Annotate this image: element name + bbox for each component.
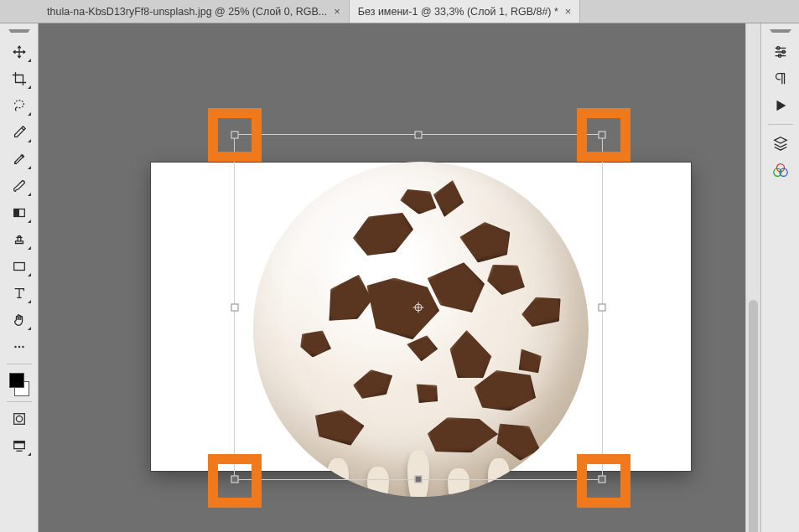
crop-tool[interactable] — [6, 67, 33, 90]
svg-rect-2 — [13, 263, 24, 271]
layers-panel-icon[interactable] — [766, 132, 795, 155]
transform-handle-ml[interactable] — [231, 303, 239, 311]
adjustments-panel-icon[interactable] — [766, 40, 795, 64]
eyedropper-tool[interactable] — [6, 121, 33, 144]
placed-image — [253, 162, 589, 497]
document-tab[interactable]: thula-na-KbsD13ryFf8-unsplash.jpg @ 25% … — [39, 0, 350, 23]
separator — [7, 401, 32, 402]
panel-collapse-grip[interactable] — [0, 27, 38, 35]
right-panel-dock — [760, 23, 799, 532]
document-tab-label: Без имени-1 @ 33,3% (Слой 1, RGB/8#) * — [358, 6, 558, 18]
rectangle-shape-tool[interactable] — [6, 255, 33, 278]
svg-rect-1 — [13, 209, 18, 217]
scrollbar-thumb[interactable] — [749, 300, 758, 532]
panel-collapse-grip[interactable] — [761, 27, 799, 35]
screen-mode-toggle[interactable] — [6, 434, 33, 457]
type-tool[interactable] — [6, 281, 33, 305]
transform-handle-tr[interactable] — [599, 132, 606, 139]
foreground-background-color[interactable] — [6, 371, 33, 398]
channels-panel-icon[interactable] — [766, 158, 795, 182]
foreground-color-swatch[interactable] — [9, 373, 24, 388]
transform-handle-tl[interactable] — [231, 132, 239, 139]
hand-tool[interactable] — [6, 308, 33, 332]
document-tab-label: thula-na-KbsD13ryFf8-unsplash.jpg @ 25% … — [47, 6, 327, 18]
transform-handle-bc[interactable] — [415, 476, 423, 483]
lasso-tool[interactable] — [6, 94, 33, 117]
canvas-viewport[interactable] — [39, 23, 745, 532]
separator — [768, 124, 793, 125]
transform-handle-tc[interactable] — [415, 132, 423, 139]
tools-panel — [0, 23, 39, 532]
quick-mask-toggle[interactable] — [6, 407, 33, 431]
gradient-tool[interactable] — [6, 201, 33, 225]
transform-handle-br[interactable] — [599, 476, 606, 483]
brush-tool[interactable] — [6, 174, 33, 198]
svg-point-5 — [22, 346, 23, 348]
svg-point-3 — [14, 346, 16, 348]
healing-brush-tool[interactable] — [6, 147, 33, 171]
transform-handle-bl[interactable] — [231, 476, 239, 483]
clone-stamp-tool[interactable] — [6, 228, 33, 251]
close-icon[interactable]: × — [565, 6, 572, 17]
svg-point-7 — [16, 416, 22, 421]
svg-rect-6 — [13, 414, 24, 425]
document-tab[interactable]: Без имени-1 @ 33,3% (Слой 1, RGB/8#) * × — [350, 0, 581, 23]
paragraph-panel-icon[interactable] — [766, 67, 795, 90]
actions-play-icon[interactable] — [766, 94, 795, 117]
separator — [7, 364, 32, 364]
svg-rect-9 — [13, 442, 24, 444]
document-canvas[interactable] — [151, 163, 691, 471]
transform-handle-mr[interactable] — [599, 303, 606, 311]
transform-reference-point[interactable] — [413, 302, 424, 312]
svg-point-4 — [18, 346, 19, 348]
vertical-scrollbar[interactable] — [745, 23, 760, 532]
workspace — [0, 23, 799, 532]
close-icon[interactable]: × — [334, 6, 340, 17]
document-tab-strip: thula-na-KbsD13ryFf8-unsplash.jpg @ 25% … — [0, 0, 799, 23]
edit-toolbar[interactable] — [6, 335, 33, 359]
move-tool[interactable] — [6, 40, 33, 64]
